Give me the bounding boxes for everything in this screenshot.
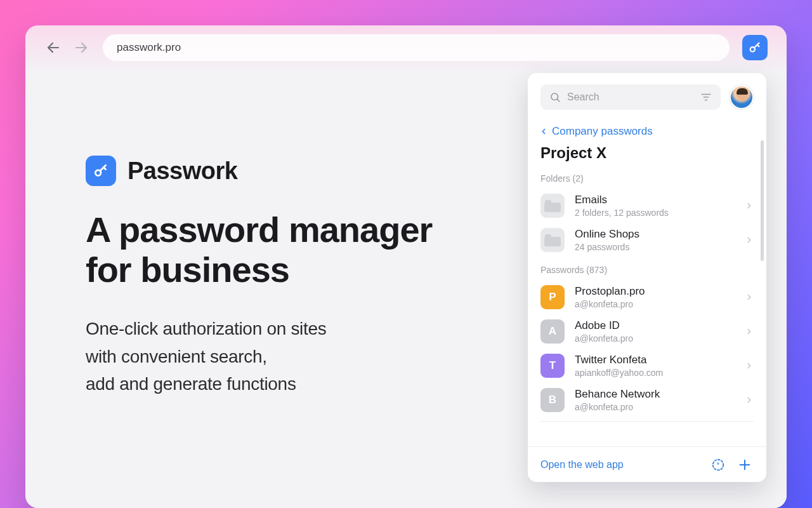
key-icon bbox=[93, 163, 109, 179]
back-button[interactable] bbox=[44, 39, 62, 57]
password-badge: P bbox=[540, 285, 565, 309]
chevron-left-icon bbox=[539, 127, 548, 136]
password-item[interactable]: T Twitter Konfeta apiankoff@yahoo.com bbox=[528, 349, 766, 383]
item-name: Emails bbox=[575, 194, 735, 206]
chevron-right-icon bbox=[745, 201, 754, 210]
password-badge: B bbox=[540, 388, 565, 412]
vault-title: Project X bbox=[528, 144, 766, 170]
item-name: Adobe ID bbox=[575, 319, 735, 332]
browser-toolbar: passwork.pro bbox=[25, 25, 787, 70]
folder-icon bbox=[540, 194, 565, 218]
refresh-icon: * bbox=[711, 458, 725, 472]
forward-button[interactable] bbox=[72, 39, 90, 57]
arrow-right-icon bbox=[74, 40, 89, 55]
password-item[interactable]: A Adobe ID a@konfeta.pro bbox=[528, 314, 766, 349]
open-web-app-link[interactable]: Open the web app bbox=[540, 459, 700, 471]
item-detail: a@konfeta.pro bbox=[575, 333, 735, 344]
add-button[interactable] bbox=[736, 456, 754, 474]
arrow-left-icon bbox=[46, 40, 61, 55]
key-icon bbox=[748, 41, 762, 55]
chevron-right-icon bbox=[745, 293, 754, 302]
scrollbar-thumb[interactable] bbox=[761, 140, 764, 261]
url-text: passwork.pro bbox=[117, 41, 181, 54]
item-meta: Behance Network a@konfeta.pro bbox=[575, 388, 735, 412]
item-name: Online Shops bbox=[575, 228, 735, 241]
password-badge: A bbox=[540, 319, 565, 344]
password-item[interactable]: P Prostoplan.pro a@konfeta.pro bbox=[528, 280, 766, 314]
password-item[interactable]: B Behance Network a@konfeta.pro bbox=[528, 383, 766, 417]
item-detail: a@konfeta.pro bbox=[575, 402, 735, 412]
browser-window: passwork.pro Passwork A password manager… bbox=[25, 25, 787, 508]
svg-text:*: * bbox=[717, 461, 719, 468]
item-detail: 2 folders, 12 passwords bbox=[575, 208, 735, 218]
item-name: Behance Network bbox=[575, 388, 735, 401]
divider bbox=[540, 421, 754, 422]
generate-password-button[interactable]: * bbox=[709, 456, 727, 474]
item-name: Twitter Konfeta bbox=[575, 354, 735, 366]
badge-letter: A bbox=[549, 325, 556, 338]
breadcrumb[interactable]: Company passwords bbox=[528, 121, 766, 144]
popup-header bbox=[528, 73, 766, 115]
extension-popup: Company passwords Project X Folders (2) … bbox=[528, 73, 766, 482]
filter-icon bbox=[700, 91, 712, 103]
popup-body: Company passwords Project X Folders (2) … bbox=[528, 115, 766, 446]
breadcrumb-label: Company passwords bbox=[552, 125, 653, 138]
item-meta: Emails 2 folders, 12 passwords bbox=[575, 194, 735, 218]
passwords-section-label: Passwords (873) bbox=[528, 257, 766, 280]
chevron-right-icon bbox=[745, 396, 754, 404]
badge-letter: P bbox=[549, 291, 556, 304]
badge-letter: T bbox=[549, 359, 556, 372]
folders-section-label: Folders (2) bbox=[528, 170, 766, 189]
svg-line-7 bbox=[103, 168, 105, 170]
brand-logo bbox=[86, 156, 116, 186]
folder-item[interactable]: Emails 2 folders, 12 passwords bbox=[528, 189, 766, 223]
chevron-right-icon bbox=[745, 327, 754, 336]
popup-footer: Open the web app * bbox=[528, 446, 766, 482]
folder-item[interactable]: Online Shops 24 passwords bbox=[528, 223, 766, 257]
url-bar[interactable]: passwork.pro bbox=[103, 34, 730, 61]
nav-arrows bbox=[44, 39, 90, 57]
item-meta: Prostoplan.pro a@konfeta.pro bbox=[575, 285, 735, 309]
item-detail: a@konfeta.pro bbox=[575, 299, 735, 309]
filter-button[interactable] bbox=[700, 91, 712, 103]
item-name: Prostoplan.pro bbox=[575, 285, 735, 298]
plus-icon bbox=[738, 458, 752, 472]
search-box[interactable] bbox=[540, 84, 721, 110]
search-input[interactable] bbox=[567, 91, 694, 103]
search-icon bbox=[549, 91, 561, 103]
folder-icon bbox=[540, 228, 565, 252]
avatar[interactable] bbox=[730, 85, 754, 109]
chevron-right-icon bbox=[745, 236, 754, 244]
item-detail: 24 passwords bbox=[575, 242, 735, 252]
item-meta: Twitter Konfeta apiankoff@yahoo.com bbox=[575, 354, 735, 378]
badge-letter: B bbox=[549, 394, 556, 406]
svg-line-9 bbox=[557, 99, 560, 102]
item-detail: apiankoff@yahoo.com bbox=[575, 368, 735, 378]
item-meta: Online Shops 24 passwords bbox=[575, 228, 735, 252]
chevron-right-icon bbox=[745, 361, 754, 370]
brand-name: Passwork bbox=[128, 157, 237, 185]
password-badge: T bbox=[540, 354, 565, 378]
extension-button[interactable] bbox=[742, 35, 768, 60]
svg-line-4 bbox=[757, 44, 759, 46]
item-meta: Adobe ID a@konfeta.pro bbox=[575, 319, 735, 344]
